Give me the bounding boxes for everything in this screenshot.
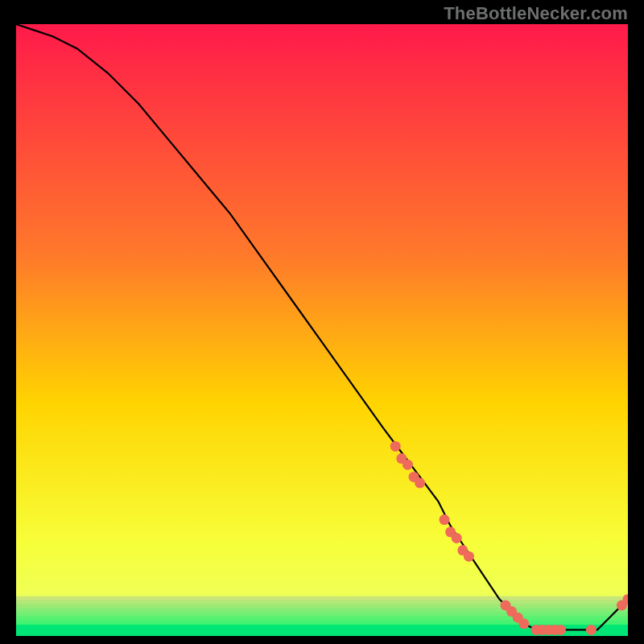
data-marker	[518, 618, 529, 629]
svg-rect-3	[16, 608, 628, 613]
svg-rect-4	[16, 612, 628, 617]
data-marker	[390, 441, 401, 452]
svg-rect-0	[16, 597, 628, 601]
watermark-text: TheBottleNecker.com	[444, 3, 628, 24]
svg-rect-5	[16, 616, 628, 621]
data-marker	[464, 551, 474, 562]
data-marker	[452, 533, 462, 543]
chart-frame: TheBottleNecker.com	[0, 0, 644, 644]
data-marker	[586, 625, 597, 635]
gradient-background	[16, 24, 628, 636]
chart-svg	[16, 24, 628, 636]
svg-rect-1	[16, 601, 628, 605]
data-marker	[555, 625, 566, 635]
svg-rect-2	[16, 604, 628, 609]
svg-rect-6	[16, 620, 628, 625]
data-marker	[415, 478, 425, 489]
data-marker	[402, 460, 413, 470]
data-marker	[440, 514, 450, 525]
chart-plot-area	[16, 24, 628, 636]
